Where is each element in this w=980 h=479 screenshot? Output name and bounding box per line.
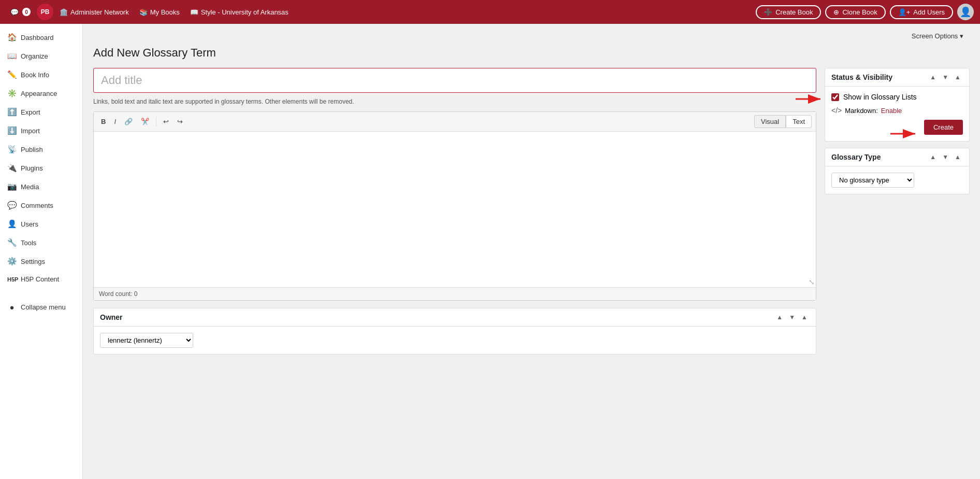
- sidebar-item-users[interactable]: 👤 Users: [0, 215, 82, 233]
- main-content: Screen Options ▾ Add New Glossary Term L…: [83, 24, 980, 479]
- notification-count: 0: [22, 8, 31, 16]
- my-books-button[interactable]: 📚 My Books: [135, 6, 184, 18]
- main-layout: 🏠 Dashboard 📖 Organize ✏️ Book Info ✳️ A…: [0, 24, 980, 479]
- italic-button[interactable]: I: [111, 116, 119, 128]
- glossary-type-select[interactable]: No glossary type: [831, 173, 914, 188]
- title-input[interactable]: [93, 68, 816, 93]
- glossary-toggle[interactable]: ▲: [953, 152, 963, 162]
- owner-toggle[interactable]: ▲: [799, 313, 810, 322]
- arrow-create-indicator: [890, 125, 921, 143]
- bold-button[interactable]: B: [98, 116, 109, 128]
- status-collapse-up[interactable]: ▲: [928, 73, 938, 82]
- glossary-type-header: Glossary Type ▲ ▼ ▲: [825, 148, 969, 166]
- clone-book-button[interactable]: ⊕ Clone Book: [825, 5, 885, 19]
- avatar-icon: 👤: [960, 6, 971, 18]
- redo-button[interactable]: ↪: [174, 116, 186, 128]
- sidebar-item-import[interactable]: ⬇️ Import: [0, 121, 82, 140]
- sidebar-item-book-info[interactable]: ✏️ Book Info: [0, 65, 82, 84]
- owner-collapse-up[interactable]: ▲: [774, 313, 785, 322]
- sidebar-item-publish[interactable]: 📡 Publish: [0, 140, 82, 159]
- create-button[interactable]: Create: [924, 120, 963, 135]
- h5p-icon: H5P: [7, 276, 17, 283]
- book-open-icon: 📖: [190, 8, 198, 16]
- owner-collapse-down[interactable]: ▼: [787, 313, 797, 322]
- export-icon: ⬆️: [7, 107, 17, 117]
- sidebar-item-organize[interactable]: 📖 Organize: [0, 47, 82, 65]
- media-icon: 📷: [7, 182, 17, 191]
- editor-footer: Word count: 0: [94, 287, 816, 300]
- status-visibility-header: Status & Visibility ▲ ▼ ▲: [825, 68, 969, 87]
- administer-network-button[interactable]: 🏛️ Administer Network: [55, 6, 133, 18]
- user-avatar[interactable]: 👤: [957, 4, 974, 20]
- building-icon: 🏛️: [60, 8, 68, 16]
- link-button[interactable]: 🔗: [121, 116, 136, 128]
- owner-section: Owner ▲ ▼ ▲ lennertz (lennertz): [93, 308, 816, 355]
- collapse-menu-item[interactable]: ● Collapse menu: [0, 298, 82, 316]
- comments-icon: 💬: [7, 201, 17, 210]
- glossary-type-controls: ▲ ▼ ▲: [928, 152, 963, 162]
- plugins-icon: 🔌: [7, 163, 17, 173]
- sidebar-item-appearance[interactable]: ✳️ Appearance: [0, 84, 82, 103]
- status-visibility-title: Status & Visibility: [831, 73, 892, 81]
- create-btn-area: Create: [831, 120, 963, 135]
- notification-button[interactable]: 💬 0: [6, 6, 35, 18]
- style-button[interactable]: 📖 Style - University of Arkansas: [186, 6, 293, 18]
- logo-button[interactable]: PB: [37, 4, 53, 20]
- text-tab[interactable]: Text: [786, 115, 812, 128]
- show-in-glossary-label: Show in Glossary Lists: [843, 93, 917, 101]
- sidebar-item-settings[interactable]: ⚙️ Settings: [0, 252, 82, 271]
- clone-icon: ⊕: [833, 8, 839, 16]
- editor-container: B I 🔗 ✂️ ↩ ↪: [93, 111, 816, 301]
- redo-icon: ↪: [177, 118, 183, 125]
- word-count: Word count: 0: [99, 290, 137, 298]
- status-toggle[interactable]: ▲: [953, 73, 963, 82]
- editor-tabs: Visual Text: [754, 115, 812, 128]
- page-title: Add New Glossary Term: [93, 46, 970, 60]
- user-plus-icon: 👤+: [898, 8, 911, 16]
- screen-options-bar: Screen Options ▾: [93, 30, 970, 42]
- owner-section-header: Owner ▲ ▼ ▲: [94, 308, 816, 327]
- settings-icon: ⚙️: [7, 257, 17, 266]
- right-sidebar: Status & Visibility ▲ ▼ ▲ Show in Glossa…: [825, 68, 970, 355]
- sidebar-item-tools[interactable]: 🔧 Tools: [0, 233, 82, 252]
- add-users-button[interactable]: 👤+ Add Users: [890, 5, 953, 19]
- sidebar: 🏠 Dashboard 📖 Organize ✏️ Book Info ✳️ A…: [0, 24, 83, 479]
- content-area: Links, bold text and italic text are sup…: [93, 68, 970, 355]
- chat-icon: 💬: [10, 8, 19, 16]
- visual-tab[interactable]: Visual: [754, 115, 786, 128]
- markdown-enable-link[interactable]: Enable: [881, 107, 902, 115]
- resize-handle: ⤡: [809, 278, 815, 286]
- unlink-button[interactable]: ✂️: [138, 116, 152, 128]
- sidebar-item-media[interactable]: 📷 Media: [0, 177, 82, 196]
- sidebar-item-plugins[interactable]: 🔌 Plugins: [0, 159, 82, 177]
- status-visibility-panel: Status & Visibility ▲ ▼ ▲ Show in Glossa…: [825, 68, 970, 142]
- sidebar-item-dashboard[interactable]: 🏠 Dashboard: [0, 28, 82, 47]
- publish-icon: 📡: [7, 145, 17, 154]
- plus-circle-icon: ➕: [764, 8, 772, 16]
- glossary-collapse-up[interactable]: ▲: [928, 152, 938, 162]
- unlink-icon: ✂️: [141, 118, 149, 125]
- help-text: Links, bold text and italic text are sup…: [93, 98, 816, 105]
- screen-options-button[interactable]: Screen Options ▾: [905, 30, 970, 42]
- owner-section-controls: ▲ ▼ ▲: [774, 313, 810, 322]
- sidebar-item-h5p[interactable]: H5P H5P Content: [0, 271, 82, 288]
- import-icon: ⬇️: [7, 126, 17, 135]
- owner-select[interactable]: lennertz (lennertz): [100, 333, 193, 348]
- chevron-down-icon: ▾: [960, 32, 963, 40]
- editor-body[interactable]: ⤡: [94, 132, 816, 287]
- status-collapse-down[interactable]: ▼: [940, 73, 950, 82]
- sidebar-item-export[interactable]: ⬆️ Export: [0, 103, 82, 121]
- sidebar-item-comments[interactable]: 💬 Comments: [0, 196, 82, 215]
- organize-icon: 📖: [7, 51, 17, 61]
- status-visibility-body: Show in Glossary Lists </> Markdown: Ena…: [825, 87, 969, 141]
- collapse-icon: ●: [7, 303, 17, 312]
- show-in-glossary-checkbox[interactable]: [831, 93, 839, 101]
- editor-column: Links, bold text and italic text are sup…: [93, 68, 816, 355]
- create-book-button[interactable]: ➕ Create Book: [756, 5, 821, 19]
- undo-button[interactable]: ↩: [160, 116, 172, 128]
- glossary-type-body: No glossary type: [825, 166, 969, 194]
- owner-section-body: lennertz (lennertz): [94, 327, 816, 354]
- appearance-icon: ✳️: [7, 89, 17, 98]
- markdown-label: Markdown:: [845, 107, 878, 115]
- glossary-collapse-down[interactable]: ▼: [940, 152, 950, 162]
